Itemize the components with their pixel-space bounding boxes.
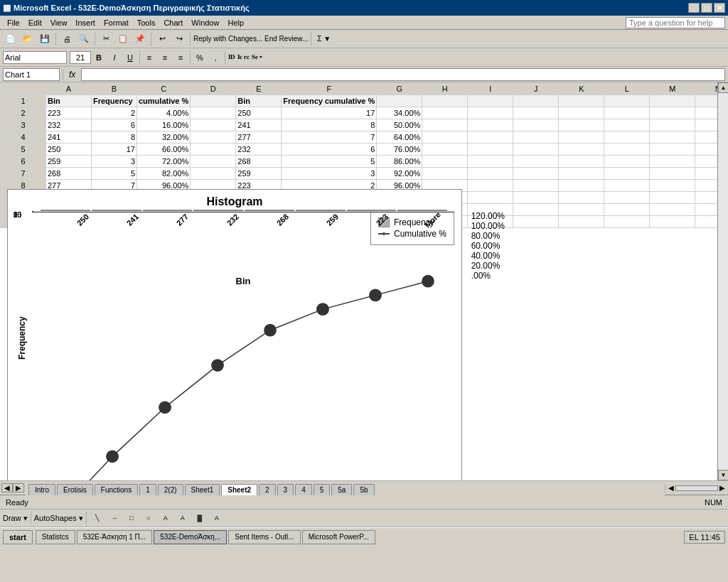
cell-r9-c12[interactable]	[604, 192, 650, 204]
tab-scroll-right[interactable]: ▶	[13, 483, 24, 492]
cell-r6-c11[interactable]	[559, 156, 604, 168]
cell-r6-c12[interactable]	[604, 156, 650, 168]
font-color-btn[interactable]: A	[209, 510, 225, 526]
menu-chart[interactable]: Chart	[159, 17, 187, 28]
sheet-tab-5a[interactable]: 5a	[331, 484, 352, 495]
cell-r1-c9[interactable]	[468, 95, 513, 107]
cell-r4-c2[interactable]: 8	[92, 131, 137, 144]
col-header-g[interactable]: G	[377, 83, 422, 95]
cell-r6-c6[interactable]: 5	[282, 156, 377, 168]
cell-r3-c13[interactable]	[650, 119, 695, 131]
cell-r4-c5[interactable]: 277	[236, 131, 282, 144]
cell-r6-c4[interactable]	[191, 156, 236, 168]
sheet-tab-3[interactable]: 3	[277, 484, 294, 495]
tab-scroll-left[interactable]: ◀	[1, 483, 13, 492]
cell-r4-c10[interactable]	[513, 131, 559, 144]
align-right-button[interactable]: ≡	[173, 50, 188, 65]
cell-r2-c10[interactable]	[513, 107, 559, 119]
menu-tools[interactable]: Tools	[133, 17, 160, 28]
line-tool[interactable]: ╲	[90, 510, 105, 526]
cell-r5-c14[interactable]	[695, 144, 717, 156]
cell-r3-c8[interactable]	[422, 119, 468, 131]
cell-r1-c14[interactable]	[695, 95, 717, 107]
cell-r11-c14[interactable]	[695, 216, 717, 228]
cell-r4-c1[interactable]: 241	[46, 131, 92, 144]
cell-r11-c10[interactable]	[513, 216, 559, 228]
cell-r4-c3[interactable]: 32.00%	[137, 131, 191, 144]
menu-format[interactable]: Format	[100, 17, 133, 28]
sheet-tab-Erotisis[interactable]: Erotisis	[57, 484, 93, 495]
cell-r1-c3[interactable]: cumulative %	[137, 95, 191, 107]
formula-input[interactable]	[81, 68, 725, 81]
menu-file[interactable]: File	[3, 17, 24, 28]
autoshapes-label[interactable]: AutoShapes ▾	[34, 514, 83, 523]
cell-r6-c7[interactable]: 86.00%	[377, 156, 422, 168]
font-size-input[interactable]	[70, 51, 91, 64]
cell-r2-c2[interactable]: 2	[92, 107, 137, 119]
cell-r3-c2[interactable]: 6	[92, 119, 137, 131]
start-button[interactable]: start	[3, 530, 33, 544]
cell-r1-c5[interactable]: Bin	[236, 95, 282, 107]
cell-r6-c14[interactable]	[695, 156, 717, 168]
rect-tool[interactable]: □	[124, 510, 139, 526]
cell-r1-c13[interactable]	[650, 95, 695, 107]
cell-r7-c4[interactable]	[191, 168, 236, 180]
col-header-h[interactable]: H	[422, 83, 468, 95]
cell-r5-c10[interactable]	[513, 144, 559, 156]
cell-r5-c5[interactable]: 232	[236, 144, 282, 156]
cell-r9-c9[interactable]	[468, 192, 513, 204]
horizontal-scroll[interactable]: ◀ ▶	[665, 484, 728, 492]
cell-r3-c1[interactable]: 232	[46, 119, 92, 131]
col-header-c[interactable]: C	[137, 83, 191, 95]
col-header-f[interactable]: F	[282, 83, 377, 95]
align-center-button[interactable]: ≡	[157, 50, 173, 65]
cell-r5-c4[interactable]	[191, 144, 236, 156]
cell-r11-c13[interactable]	[650, 216, 695, 228]
cell-r4-c4[interactable]	[191, 131, 236, 144]
sheet-tab-Functions[interactable]: Functions	[95, 484, 138, 495]
cell-r5-c7[interactable]: 76.00%	[377, 144, 422, 156]
menu-view[interactable]: View	[46, 17, 72, 28]
cell-r5-c9[interactable]	[468, 144, 513, 156]
cell-r5-c1[interactable]: 250	[46, 144, 92, 156]
cell-r2-c13[interactable]	[650, 107, 695, 119]
cell-r6-c3[interactable]: 72.00%	[137, 156, 191, 168]
cell-r3-c9[interactable]	[468, 119, 513, 131]
menu-help[interactable]: Help	[223, 17, 248, 28]
cell-r5-c2[interactable]: 17	[92, 144, 137, 156]
cell-r1-c2[interactable]: Frequency	[92, 95, 137, 107]
redo-button[interactable]: ↪	[171, 31, 187, 47]
cell-r9-c11[interactable]	[559, 192, 604, 204]
percent-button[interactable]: %	[192, 50, 208, 65]
cell-r3-c11[interactable]	[559, 119, 604, 131]
cell-r3-c12[interactable]	[604, 119, 650, 131]
cell-r8-c10[interactable]	[513, 180, 559, 192]
scroll-down-button[interactable]: ▼	[718, 470, 728, 480]
cell-r3-c5[interactable]: 241	[236, 119, 282, 131]
cell-r7-c5[interactable]: 259	[236, 168, 282, 180]
hscroll-right[interactable]: ▶	[719, 484, 725, 492]
sheet-tab-Sheet2[interactable]: Sheet2	[221, 484, 257, 495]
sheet-tab-4[interactable]: 4	[295, 484, 312, 495]
col-header-b[interactable]: B	[92, 83, 137, 95]
col-header-i[interactable]: I	[468, 83, 513, 95]
cell-r5-c3[interactable]: 66.00%	[137, 144, 191, 156]
cell-r2-c9[interactable]	[468, 107, 513, 119]
col-header-k[interactable]: K	[559, 83, 604, 95]
cell-r10-c12[interactable]	[604, 204, 650, 216]
font-name-input[interactable]	[3, 51, 67, 64]
undo-button[interactable]: ↩	[154, 31, 170, 47]
cell-r7-c11[interactable]	[559, 168, 604, 180]
taskbar-item-532E-Άσκηση-1-Π...[interactable]: 532E-Άσκηση 1 Π...	[77, 530, 153, 544]
cell-r7-c8[interactable]	[422, 168, 468, 180]
paste-button[interactable]: 📌	[132, 31, 148, 47]
tab-scroll-buttons[interactable]: ◀ ▶	[0, 483, 26, 492]
cell-r5-c12[interactable]	[604, 144, 650, 156]
sheet-tab-1[interactable]: 1	[139, 484, 156, 495]
menu-edit[interactable]: Edit	[24, 17, 46, 28]
cell-r3-c10[interactable]	[513, 119, 559, 131]
cell-r5-c6[interactable]: 6	[282, 144, 377, 156]
cell-r3-c6[interactable]: 8	[282, 119, 377, 131]
cell-r7-c9[interactable]	[468, 168, 513, 180]
cell-r2-c8[interactable]	[422, 107, 468, 119]
